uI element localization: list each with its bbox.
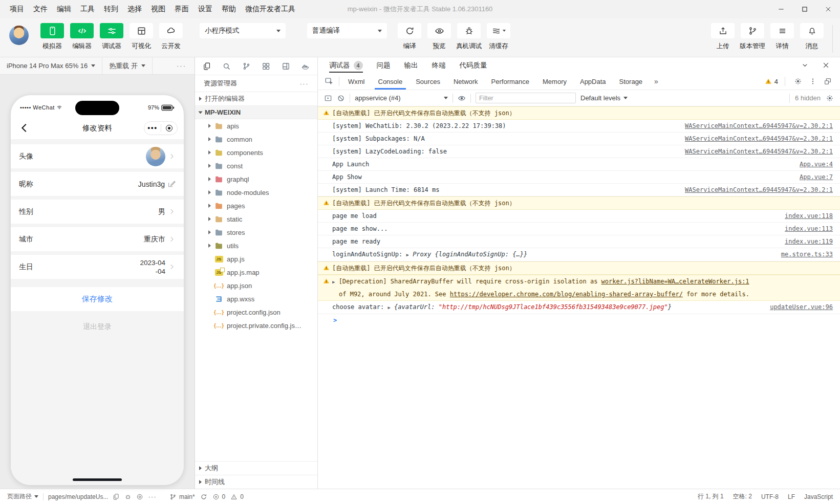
menu-item-工具[interactable]: 工具: [76, 5, 99, 14]
kebab-menu-icon[interactable]: [809, 77, 817, 85]
devtools-tab-Wxml[interactable]: Wxml: [341, 73, 372, 90]
source-link[interactable]: App.vue:4: [800, 158, 833, 170]
toolbar-button-版本管理[interactable]: 版本管理: [738, 23, 767, 51]
tree-item-app.json[interactable]: {…}app.json: [195, 279, 317, 292]
statusbar-item[interactable]: 空格: 2: [733, 492, 752, 501]
source-link[interactable]: WAServiceMainContext…69445947&v=2.30.2:1: [685, 120, 833, 132]
git-icon[interactable]: [242, 62, 251, 71]
toolbar-button-上传[interactable]: 上传: [708, 23, 737, 51]
form-row-城市[interactable]: 城市重庆市: [11, 227, 184, 251]
compile-select[interactable]: 普通编译: [307, 23, 387, 38]
menu-item-视图[interactable]: 视图: [146, 5, 170, 14]
tree-item-apis[interactable]: apis: [195, 119, 317, 133]
section-时间线[interactable]: 时间线: [195, 475, 317, 489]
toolbar-button-编辑器[interactable]: 编辑器: [68, 23, 96, 51]
error-counter[interactable]: 0: [212, 493, 226, 500]
source-link[interactable]: updateUser.vue:96: [770, 301, 833, 313]
toolbar-button-模拟器[interactable]: 模拟器: [38, 23, 67, 51]
tree-item-app.wxss[interactable]: app.wxss: [195, 292, 317, 305]
tree-item-app.js.map[interactable]: JSapp.js.map: [195, 266, 317, 279]
devtools-tab-Storage[interactable]: Storage: [613, 73, 650, 90]
panel-tab-终端[interactable]: 终端: [432, 57, 446, 73]
console-text-segment[interactable]: https://developer.chrome.com/blog/enabli…: [450, 291, 683, 298]
git-branch-indicator[interactable]: main*: [169, 493, 195, 500]
panel-tab-代码质量[interactable]: 代码质量: [460, 57, 487, 73]
toolbar-button-可视化[interactable]: 可视化: [127, 23, 156, 51]
logout-button[interactable]: 退出登录: [11, 322, 184, 332]
statusbar-item[interactable]: LF: [788, 493, 795, 500]
source-link[interactable]: WAServiceMainContext…69445947&v=2.30.2:1: [685, 145, 833, 158]
devtools-tab-Memory[interactable]: Memory: [536, 73, 573, 90]
toolbar-button-预览[interactable]: 预览: [425, 23, 454, 51]
tree-item-project.private.config.js…[interactable]: {…}project.private.config.js…: [195, 319, 317, 332]
console-settings-gear-icon[interactable]: [826, 94, 834, 102]
form-row-头像[interactable]: 头像: [11, 144, 184, 168]
device-select[interactable]: iPhone 14 Pro Max 65% 16: [0, 57, 102, 74]
simulator-more-button[interactable]: ···: [168, 62, 195, 70]
panel-tab-问题[interactable]: 问题: [377, 57, 391, 73]
live-expression-eye-icon[interactable]: [458, 94, 466, 102]
menu-item-微信开发者工具[interactable]: 微信开发者工具: [241, 5, 300, 14]
tree-item-static[interactable]: static: [195, 212, 317, 226]
files-icon[interactable]: [203, 62, 211, 71]
source-link[interactable]: me.store.ts:33: [781, 248, 833, 260]
panel-tab-输出[interactable]: 输出: [404, 57, 418, 73]
more-tabs-button[interactable]: »: [649, 77, 663, 85]
toolbar-button-云开发[interactable]: 云开发: [157, 23, 185, 51]
close-button[interactable]: [816, 0, 840, 18]
tree-item-const[interactable]: const: [195, 159, 317, 172]
toolbar-button-调试器[interactable]: 调试器: [97, 23, 126, 51]
tree-item-pages[interactable]: pages: [195, 199, 317, 212]
tree-item-stores[interactable]: stores: [195, 226, 317, 239]
tree-item-components[interactable]: components: [195, 146, 317, 159]
minimize-button[interactable]: [769, 0, 793, 18]
open-editors-section[interactable]: 打开的编辑器: [195, 92, 317, 105]
panel-tab-调试器[interactable]: 调试器4: [329, 57, 363, 73]
sync-icon[interactable]: [200, 493, 207, 500]
devtools-tab-Network[interactable]: Network: [447, 73, 485, 90]
toolbar-button-编译[interactable]: 编译: [395, 23, 424, 51]
devtools-tab-AppData[interactable]: AppData: [573, 73, 613, 90]
hot-reload-toggle[interactable]: 热重载 开: [102, 57, 153, 74]
console-text-segment[interactable]: worker.js?libName=WA…celerateWorker.js:1: [601, 278, 749, 285]
menu-item-项目[interactable]: 项目: [5, 5, 29, 14]
preview-eye-icon[interactable]: [136, 493, 143, 500]
toolbar-button-消息[interactable]: 消息: [798, 23, 826, 51]
user-avatar[interactable]: [9, 26, 29, 45]
menu-item-文件[interactable]: 文件: [29, 5, 52, 14]
maximize-button[interactable]: [793, 0, 816, 18]
copy-icon[interactable]: [113, 493, 120, 500]
docker-icon[interactable]: [301, 62, 310, 71]
log-levels-select[interactable]: Default levels: [580, 94, 628, 102]
collapse-panel-icon[interactable]: [801, 61, 809, 69]
menu-item-设置[interactable]: 设置: [193, 5, 217, 14]
layout-icon[interactable]: [282, 62, 290, 71]
profile-avatar[interactable]: [146, 147, 165, 166]
devtools-tab-Performance[interactable]: Performance: [485, 73, 536, 90]
form-row-昵称[interactable]: 昵称Justin3g: [11, 172, 184, 196]
blocks-icon[interactable]: [262, 62, 270, 71]
close-panel-icon[interactable]: [822, 61, 830, 69]
clear-console-icon[interactable]: [337, 94, 345, 102]
warning-counter[interactable]: 0: [230, 493, 244, 500]
more-menu-button[interactable]: ●●●: [144, 125, 161, 130]
minimize-miniprogram-button[interactable]: [161, 125, 178, 132]
mode-select[interactable]: 小程序模式: [200, 23, 286, 38]
search-icon[interactable]: [222, 62, 231, 71]
source-link[interactable]: index.vue:119: [785, 235, 833, 248]
toolbar-button-详情[interactable]: 详情: [768, 23, 796, 51]
section-大纲[interactable]: 大纲: [195, 461, 317, 475]
statusbar-item[interactable]: JavaScript: [804, 493, 833, 500]
tree-item-utils[interactable]: utils: [195, 239, 317, 252]
tree-item-node-modules[interactable]: node-modules: [195, 186, 317, 199]
form-row-生日[interactable]: 生日2023-04-04: [11, 255, 184, 279]
source-link[interactable]: WAServiceMainContext…69445947&v=2.30.2:1: [685, 133, 833, 145]
debug-device-icon[interactable]: [124, 493, 132, 500]
source-link[interactable]: index.vue:118: [785, 210, 833, 222]
tree-item-graphql[interactable]: graphql: [195, 172, 317, 186]
warning-counter[interactable]: 4: [765, 78, 778, 85]
tree-item-app.js[interactable]: JSapp.js: [195, 252, 317, 266]
menu-item-帮助[interactable]: 帮助: [217, 5, 241, 14]
settings-gear-icon[interactable]: [794, 77, 802, 85]
source-link[interactable]: App.vue:7: [800, 171, 833, 183]
